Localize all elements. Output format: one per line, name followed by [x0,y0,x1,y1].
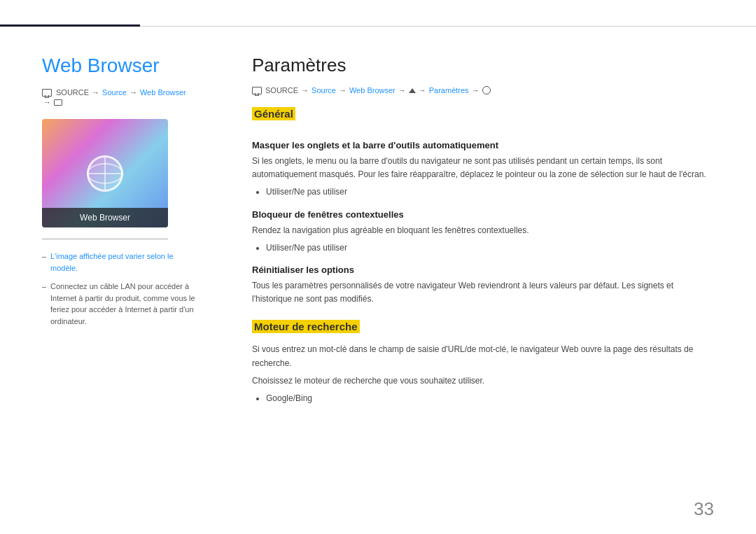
section-heading-moteur: Moteur de recherche [252,320,360,333]
subsection-bloqueur-body: Rendez la navigation plus agréable en bl… [252,224,714,237]
up-arrow-icon [409,88,416,93]
left-bc-end-icon [54,99,62,106]
left-note-2-text: Connectez un câble LAN pour accéder à In… [50,282,195,325]
globe-icon [87,155,123,192]
section-moteur: Moteur de recherche Si vous entrez un mo… [252,320,714,405]
source-icon-left [42,89,52,97]
right-title: Paramètres [252,55,714,76]
left-title: Web Browser [42,55,196,77]
subsection-masquer-body: Si les onglets, le menu ou la barre d'ou… [252,155,714,181]
left-note-2: Connectez un câble LAN pour accéder à In… [42,281,196,327]
right-bc-arrow4: → [419,86,426,94]
right-bc-source: Source [312,86,336,94]
subsection-masquer-title: Masquer les onglets et la barre d'outils… [252,140,714,150]
divider [42,239,168,239]
subsection-reinitialiser-title: Réinitialiser les options [252,265,714,275]
left-breadcrumb: SOURCE → Source → Web Browser → [42,88,196,106]
left-panel: Web Browser SOURCE → Source → Web Browse… [0,27,217,533]
left-bc-arrow3: → [43,98,51,106]
section-general: Général Masquer les onglets et la barre … [252,107,714,306]
right-bc-source-label: SOURCE [265,86,298,94]
right-bc-arrow5: → [472,86,479,94]
left-bc-arrow1: → [92,88,99,97]
bullet-utiliser-1: Utiliser/Ne pas utiliser [266,185,714,199]
subsection-bloqueur-bullets: Utiliser/Ne pas utiliser [266,241,714,255]
bullet-utiliser-2: Utiliser/Ne pas utiliser [266,241,714,255]
left-bc-source: Source [102,88,127,97]
left-bc-arrow2: → [130,88,137,97]
bullet-google-bing: Google/Bing [266,392,714,405]
subsection-masquer-bullets: Utiliser/Ne pas utiliser [266,185,714,199]
source-icon-right [252,87,262,94]
section-heading-general: Général [252,107,295,120]
subsection-moteur-desc2: Choisissez le moteur de recherche que vo… [252,374,714,405]
subsection-moteur-desc1: Si vous entrez un mot-clé dans le champ … [252,343,714,370]
subsection-reinitialiser-body: Tous les paramètres personnalisés de vot… [252,279,714,306]
browser-thumbnail: Web Browser [42,119,168,227]
right-bc-webbrowser: Web Browser [349,86,396,94]
left-notes: L'image affichée peut varier selon le mo… [42,251,196,327]
left-note-1-text: L'image affichée peut varier selon le mo… [50,252,174,272]
right-breadcrumb: SOURCE → Source → Web Browser → → Paramè… [252,86,714,94]
left-bc-webbrowser: Web Browser [140,88,186,97]
moteur-body-1: Si vous entrez un mot-clé dans le champ … [252,343,714,370]
right-bc-arrow3: → [398,86,406,94]
subsection-masquer: Masquer les onglets et la barre d'outils… [252,140,714,199]
subsection-bloqueur-title: Bloqueur de fenêtres contextuelles [252,209,714,220]
browser-label-bar: Web Browser [42,208,168,227]
right-bc-arrow2: → [339,86,346,94]
page-number: 33 [694,498,714,520]
globe-ellipse [87,163,123,184]
subsection-bloqueur: Bloqueur de fenêtres contextuelles Rende… [252,209,714,255]
settings-icon [482,86,491,94]
subsection-moteur-bullets: Google/Bing [266,392,714,405]
left-note-1: L'image affichée peut varier selon le mo… [42,251,196,274]
moteur-body-2: Choisissez le moteur de recherche que vo… [252,374,714,388]
browser-label: Web Browser [80,213,130,223]
right-panel: Paramètres SOURCE → Source → Web Browser… [217,27,756,533]
left-bc-source-label: SOURCE [56,88,89,97]
subsection-reinitialiser: Réinitialiser les options Tous les param… [252,265,714,306]
right-bc-parametres: Paramètres [429,86,469,94]
right-bc-arrow1: → [301,86,309,94]
